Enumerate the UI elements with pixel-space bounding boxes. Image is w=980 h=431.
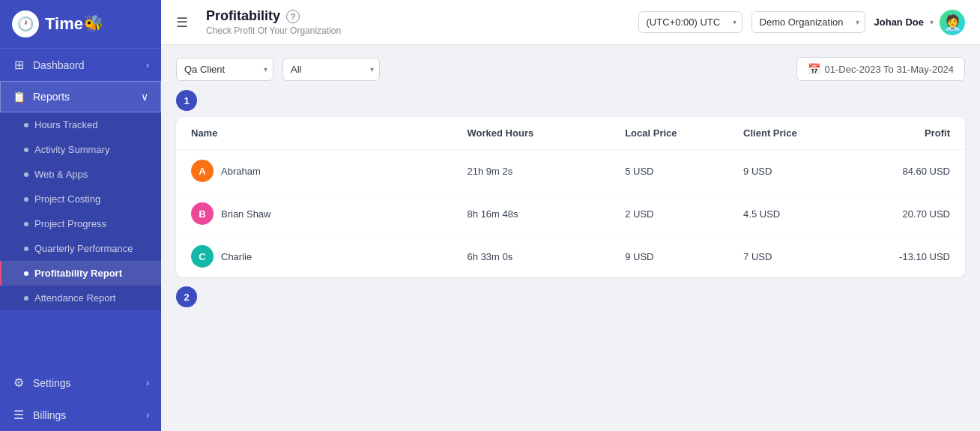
table-body: A Abraham 21h 9m 2s 5 USD 9 USD 84.60 US… — [176, 150, 965, 278]
name-cell: C Charlie — [191, 245, 438, 268]
table-row: C Charlie 6h 33m 0s 9 USD 7 USD -13.10 U… — [176, 235, 965, 278]
sidebar-item-label: Billings — [33, 409, 66, 421]
row-local-price: 5 USD — [610, 150, 728, 193]
help-icon[interactable]: ? — [286, 10, 300, 23]
org-select[interactable]: Demo Organization — [751, 11, 865, 33]
subnav-label: Project Costing — [34, 193, 100, 205]
row-name: Brian Shaw — [221, 208, 270, 220]
user-name: Johan Doe — [874, 16, 924, 28]
table-row: A Abraham 21h 9m 2s 5 USD 9 USD 84.60 US… — [176, 150, 965, 193]
chevron-right-icon: › — [146, 60, 149, 70]
profitability-table: Name Worked Hours Local Price Client Pri… — [176, 117, 965, 277]
dot-icon — [24, 172, 28, 177]
org-select-wrapper: Demo Organization ▾ — [751, 11, 865, 33]
row-worked-hours: 21h 9m 2s — [453, 150, 611, 193]
status-filter-wrapper: All Active Inactive ▾ — [282, 58, 380, 81]
page-subtitle: Check Profit Of Your Organization — [206, 25, 626, 36]
row-client-price: 4.5 USD — [728, 193, 847, 235]
reports-subnav: Hours Tracked Activity Summary Web & App… — [0, 112, 161, 310]
sidebar-item-activity-summary[interactable]: Activity Summary — [0, 137, 161, 162]
step2-badge: 2 — [176, 286, 197, 307]
row-worked-hours: 6h 33m 0s — [453, 235, 611, 278]
hamburger-icon[interactable]: ☰ — [176, 14, 188, 31]
client-select[interactable]: Qa Client All Clients — [176, 58, 273, 81]
app-logo: 🕐 Time🐝 — [0, 0, 161, 49]
date-range-text: 01-Dec-2023 To 31-May-2024 — [825, 64, 954, 75]
subnav-label: Quarterly Performance — [34, 243, 133, 254]
chevron-down-icon: ∨ — [141, 91, 148, 103]
sidebar-item-label: Settings — [33, 377, 71, 389]
row-client-price: 7 USD — [728, 235, 847, 278]
timezone-select[interactable]: (UTC+0:00) UTC — [638, 11, 742, 33]
sidebar-item-hours-tracked[interactable]: Hours Tracked — [0, 112, 161, 137]
step1-badge: 1 — [176, 90, 197, 111]
user-dropdown-icon[interactable]: ▾ — [930, 18, 934, 26]
profitability-table-card: Name Worked Hours Local Price Client Pri… — [176, 117, 965, 277]
sidebar-item-project-costing[interactable]: Project Costing — [0, 187, 161, 211]
col-header-local-price: Local Price — [610, 117, 728, 150]
subnav-label: Profitability Report — [34, 268, 122, 279]
sidebar-item-reports[interactable]: 📋 Reports ∨ — [0, 81, 161, 112]
subnav-label: Activity Summary — [34, 144, 109, 155]
row-profit: -13.10 USD — [847, 235, 965, 278]
name-cell: B Brian Shaw — [191, 202, 438, 225]
row-name: Charlie — [221, 251, 252, 262]
timezone-select-wrapper: (UTC+0:00) UTC ▾ — [638, 11, 742, 33]
sidebar-item-settings[interactable]: ⚙ Settings › — [0, 367, 161, 399]
table-header: Name Worked Hours Local Price Client Pri… — [176, 117, 965, 150]
avatar-circle: A — [191, 160, 214, 182]
dot-icon — [24, 271, 28, 276]
name-cell: A Abraham — [191, 160, 438, 182]
col-header-profit: Profit — [847, 117, 965, 150]
user-section: Johan Doe ▾ 🧑‍💼 — [874, 10, 965, 35]
dot-icon — [24, 247, 28, 251]
subnav-label: Hours Tracked — [34, 119, 98, 130]
row-local-price: 9 USD — [610, 235, 728, 278]
sidebar-item-billings[interactable]: ☰ Billings › — [0, 399, 161, 431]
row-local-price: 2 USD — [610, 193, 728, 235]
topbar: ☰ Profitability ? Check Profit Of Your O… — [161, 0, 980, 45]
dot-icon — [24, 296, 28, 301]
client-filter-wrapper: Qa Client All Clients ▾ — [176, 58, 273, 81]
sidebar-item-profitability-report[interactable]: Profitability Report — [0, 261, 161, 286]
row-worked-hours: 8h 16m 48s — [453, 193, 611, 235]
avatar-circle: B — [191, 202, 214, 225]
chevron-right-icon: › — [146, 410, 149, 421]
status-select[interactable]: All Active Inactive — [282, 58, 380, 81]
dashboard-icon: ⊞ — [12, 58, 25, 72]
main-content: ☰ Profitability ? Check Profit Of Your O… — [161, 0, 980, 431]
chevron-right-icon: › — [146, 378, 149, 388]
settings-icon: ⚙ — [12, 376, 25, 390]
sidebar: 🕐 Time🐝 ⊞ Dashbaord › 📋 Reports ∨ Hours … — [0, 0, 161, 431]
date-range-button[interactable]: 📅 01-Dec-2023 To 31-May-2024 — [796, 57, 965, 81]
dot-icon — [24, 222, 28, 226]
row-client-price: 9 USD — [728, 150, 847, 193]
row-name: Abraham — [221, 166, 261, 177]
sidebar-item-dashboard[interactable]: ⊞ Dashbaord › — [0, 49, 161, 81]
content-area: Qa Client All Clients ▾ All Active Inact… — [161, 45, 980, 431]
row-profit: 20.70 USD — [847, 193, 965, 235]
reports-icon: 📋 — [13, 91, 25, 103]
subnav-label: Attendance Report — [34, 292, 115, 304]
topbar-right: (UTC+0:00) UTC ▾ Demo Organization ▾ Joh… — [638, 10, 965, 35]
avatar: 🧑‍💼 — [940, 10, 965, 35]
app-name: Time🐝 — [45, 16, 103, 32]
filter-bar: Qa Client All Clients ▾ All Active Inact… — [176, 57, 965, 81]
calendar-icon: 📅 — [808, 63, 820, 75]
col-header-client-price: Client Price — [728, 117, 847, 150]
sidebar-item-project-progress[interactable]: Project Progress — [0, 211, 161, 236]
col-header-name: Name — [176, 117, 453, 150]
billings-icon: ☰ — [12, 408, 25, 422]
sidebar-item-quarterly-performance[interactable]: Quarterly Performance — [0, 236, 161, 261]
topbar-title-section: Profitability ? Check Profit Of Your Org… — [206, 8, 626, 36]
step2-row: 2 — [176, 286, 965, 307]
subnav-label: Project Progress — [34, 218, 106, 229]
subnav-label: Web & Apps — [34, 169, 88, 180]
sidebar-item-attendance-report[interactable]: Attendance Report — [0, 286, 161, 310]
row-profit: 84.60 USD — [847, 150, 965, 193]
sidebar-item-web-apps[interactable]: Web & Apps — [0, 162, 161, 187]
dot-icon — [24, 123, 28, 127]
table-row: B Brian Shaw 8h 16m 48s 2 USD 4.5 USD 20… — [176, 193, 965, 235]
col-header-worked-hours: Worked Hours — [453, 117, 611, 150]
avatar-circle: C — [191, 245, 214, 268]
